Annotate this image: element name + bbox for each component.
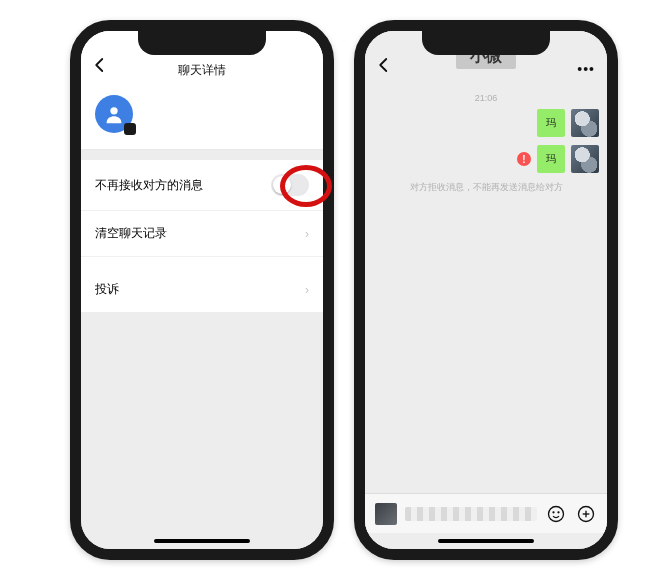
- home-indicator[interactable]: [438, 539, 534, 543]
- chevron-right-icon: ›: [305, 227, 309, 241]
- svg-point-2: [553, 511, 554, 512]
- blocked-hint-text: 对方拒收消息，不能再发送消息给对方: [373, 181, 599, 194]
- sender-avatar[interactable]: [571, 145, 599, 173]
- contact-avatar-section: [81, 85, 323, 150]
- svg-point-3: [558, 511, 559, 512]
- cell-label: 清空聊天记录: [95, 225, 167, 242]
- message-row: 玛: [373, 109, 599, 137]
- emoji-icon[interactable]: [545, 503, 567, 525]
- phone-right: 小微 ••• 21:06 玛 ! 玛 对方拒收消息，不能再发送消息给对方: [354, 20, 618, 560]
- back-icon[interactable]: [375, 56, 393, 79]
- sender-avatar[interactable]: [571, 109, 599, 137]
- back-icon[interactable]: [91, 56, 109, 79]
- plus-icon[interactable]: [575, 503, 597, 525]
- message-row: ! 玛: [373, 145, 599, 173]
- send-error-icon[interactable]: !: [517, 152, 531, 166]
- input-text-field[interactable]: [405, 507, 537, 521]
- svg-point-1: [549, 506, 564, 521]
- contact-avatar[interactable]: [95, 95, 133, 133]
- cell-report[interactable]: 投诉 ›: [81, 267, 323, 312]
- input-thumbnail[interactable]: [375, 503, 397, 525]
- cell-label: 投诉: [95, 281, 119, 298]
- cell-clear-history[interactable]: 清空聊天记录 ›: [81, 211, 323, 257]
- page-title: 聊天详情: [178, 62, 226, 79]
- phone-left: 聊天详情 不再接收对方的消息 清: [70, 20, 334, 560]
- phone-notch: [422, 31, 550, 55]
- settings-group: 不再接收对方的消息 清空聊天记录 › 投诉 ›: [81, 160, 323, 312]
- chat-body: 21:06 玛 ! 玛 对方拒收消息，不能再发送消息给对方: [365, 85, 607, 549]
- toggle-switch[interactable]: [271, 174, 309, 196]
- phone-notch: [138, 31, 266, 55]
- chat-timestamp: 21:06: [373, 93, 599, 103]
- cell-block-messages[interactable]: 不再接收对方的消息: [81, 160, 323, 211]
- home-indicator[interactable]: [154, 539, 250, 543]
- chat-input-bar: [365, 493, 607, 533]
- svg-point-0: [110, 107, 117, 114]
- message-bubble[interactable]: 玛: [537, 145, 565, 173]
- avatar-badge-icon: [124, 123, 136, 135]
- chevron-right-icon: ›: [305, 283, 309, 297]
- more-icon[interactable]: •••: [577, 61, 595, 77]
- message-bubble[interactable]: 玛: [537, 109, 565, 137]
- cell-label: 不再接收对方的消息: [95, 177, 203, 194]
